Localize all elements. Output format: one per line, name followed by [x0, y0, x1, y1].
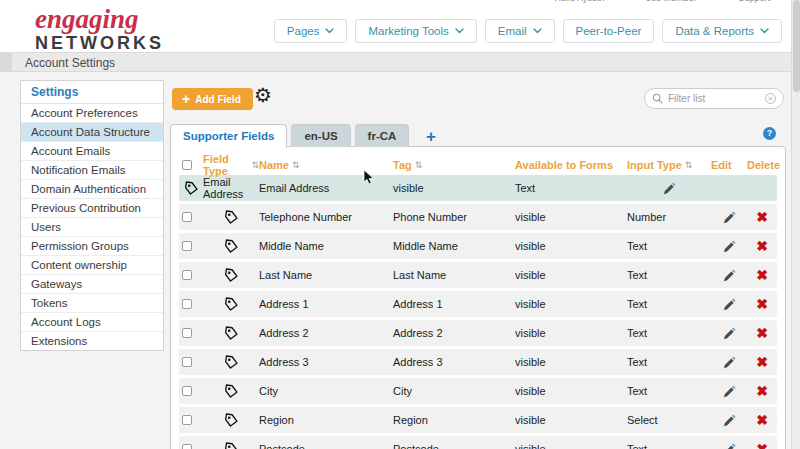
delete-icon[interactable]: ✖ — [756, 326, 768, 340]
filter-input[interactable] — [668, 93, 760, 104]
sidebar-item[interactable]: Previous Contribution — [21, 199, 163, 218]
help-icon[interactable]: ? — [763, 127, 776, 140]
select-all-checkbox[interactable] — [182, 160, 192, 170]
utility-link[interactable]: Support — [738, 0, 770, 3]
app-header: Hello AysethJoe MemberSupport engaging N… — [0, 0, 800, 52]
tab[interactable]: en-US — [291, 124, 350, 147]
sidebar-item[interactable]: Account Data Structure — [21, 123, 163, 142]
table-row[interactable]: Middle Name Middle Name visible Text ✖ — [179, 233, 777, 259]
sidebar-item[interactable]: Account Emails — [21, 142, 163, 161]
row-checkbox[interactable] — [182, 241, 192, 251]
edge-block — [0, 53, 12, 71]
sidebar-item[interactable]: Extensions — [21, 332, 163, 350]
row-checkbox[interactable] — [182, 415, 192, 425]
table-row[interactable]: Postcode Postcode visible Text ✖ — [179, 436, 777, 449]
field-name: Telephone Number — [259, 211, 352, 223]
table-row[interactable]: Region Region visible Select ✖ — [179, 407, 777, 433]
table-row[interactable]: Address 2 Address 2 visible Text ✖ — [179, 320, 777, 346]
gear-icon[interactable]: ⚙ — [254, 85, 272, 105]
clear-filter-icon[interactable]: ✕ — [765, 93, 776, 104]
delete-icon[interactable]: ✖ — [756, 297, 768, 311]
tag-icon — [223, 354, 239, 370]
field-input-type: Text — [515, 182, 627, 194]
delete-icon[interactable]: ✖ — [756, 210, 768, 224]
edit-pencil-icon[interactable] — [662, 181, 677, 196]
sidebar-item[interactable]: Account Logs — [21, 313, 163, 332]
field-availability: visible — [515, 327, 627, 339]
sidebar-item[interactable]: Tokens — [21, 294, 163, 313]
table-row[interactable]: Address 1 Address 1 visible Text ✖ — [179, 291, 777, 317]
field-tag: Phone Number — [393, 211, 515, 223]
delete-icon[interactable]: ✖ — [756, 355, 768, 369]
nav-button[interactable]: Marketing Tools — [355, 19, 476, 43]
tag-icon — [223, 383, 239, 399]
breadcrumb: Account Settings — [25, 56, 115, 70]
col-header-available: Available to Forms — [515, 159, 627, 171]
primary-nav: Pages Marketing Tools Email Peer-to-Peer… — [274, 19, 782, 43]
chevron-down-icon — [533, 28, 542, 34]
edit-pencil-icon[interactable] — [722, 268, 737, 283]
nav-button[interactable]: Data & Reports — [662, 19, 782, 43]
delete-icon[interactable]: ✖ — [756, 268, 768, 282]
edit-pencil-icon[interactable] — [722, 210, 737, 225]
col-header-field-type[interactable]: Field Type⇅ — [203, 153, 259, 177]
tab[interactable]: fr-CA — [355, 124, 410, 147]
edit-pencil-icon[interactable] — [722, 326, 737, 341]
sidebar-title: Settings — [21, 81, 163, 104]
table-row[interactable]: Last Name Last Name visible Text ✖ — [179, 262, 777, 288]
table-row[interactable]: Telephone Number Phone Number visible Nu… — [179, 204, 777, 230]
utility-link[interactable]: Joe Member — [646, 0, 696, 3]
field-name: Last Name — [259, 269, 312, 281]
edit-pencil-icon[interactable] — [722, 384, 737, 399]
delete-icon[interactable]: ✖ — [756, 413, 768, 427]
field-availability: visible — [515, 356, 627, 368]
add-field-button[interactable]: + Add Field — [172, 88, 253, 110]
field-input-type: Text — [627, 443, 711, 449]
table-row[interactable]: Address 3 Address 3 visible Text ✖ — [179, 349, 777, 375]
row-checkbox[interactable] — [182, 357, 192, 367]
sidebar-item[interactable]: Domain Authentication — [21, 180, 163, 199]
row-checkbox[interactable] — [182, 299, 192, 309]
field-name: Address 2 — [259, 327, 309, 339]
nav-button-label: Data & Reports — [675, 25, 754, 37]
col-header-name[interactable]: Name⇅ — [259, 159, 393, 171]
col-header-input-type[interactable]: Input Type⇅ — [627, 159, 711, 171]
tag-icon — [223, 441, 239, 449]
tag-icon — [223, 412, 239, 428]
edit-pencil-icon[interactable] — [722, 442, 737, 449]
edit-pencil-icon[interactable] — [722, 413, 737, 428]
vertical-scrollbar[interactable] — [791, 0, 800, 449]
nav-button[interactable]: Peer-to-Peer — [563, 19, 655, 43]
field-tag: Address 3 — [393, 356, 515, 368]
sidebar-item[interactable]: Account Preferences — [21, 104, 163, 123]
field-name: City — [259, 385, 278, 397]
sidebar-item[interactable]: Notification Emails — [21, 161, 163, 180]
sidebar-item[interactable]: Content ownership — [21, 256, 163, 275]
edit-pencil-icon[interactable] — [722, 355, 737, 370]
nav-button[interactable]: Pages — [274, 19, 348, 43]
row-checkbox[interactable] — [182, 328, 192, 338]
delete-icon[interactable]: ✖ — [756, 384, 768, 398]
field-tag: Address 1 — [393, 298, 515, 310]
nav-button[interactable]: Email — [485, 19, 555, 43]
row-checkbox[interactable] — [182, 270, 192, 280]
row-checkbox[interactable] — [182, 386, 192, 396]
table-row[interactable]: City City visible Text ✖ — [179, 378, 777, 404]
tab-bar: Supporter Fields en-US fr-CA — [170, 124, 413, 147]
add-tab-icon[interactable]: + — [426, 128, 436, 145]
delete-icon[interactable]: ✖ — [756, 442, 768, 449]
edit-pencil-icon[interactable] — [722, 239, 737, 254]
edit-pencil-icon[interactable] — [722, 297, 737, 312]
tab[interactable]: Supporter Fields — [170, 124, 287, 148]
col-header-tag[interactable]: Tag⇅ — [393, 159, 515, 171]
scrollbar-thumb[interactable] — [793, 0, 800, 92]
sidebar-item[interactable]: Users — [21, 218, 163, 237]
sidebar-item[interactable]: Permission Groups — [21, 237, 163, 256]
delete-icon[interactable]: ✖ — [756, 239, 768, 253]
table-row[interactable]: Email Address Email Address visible Text… — [179, 175, 777, 201]
row-checkbox[interactable] — [182, 444, 192, 449]
utility-link[interactable]: Hello Ayseth — [555, 0, 605, 3]
row-checkbox[interactable] — [182, 212, 192, 222]
sidebar-item[interactable]: Gateways — [21, 275, 163, 294]
main-area: + Add Field ⚙ ✕ Supporter Fields en-US f… — [170, 72, 786, 449]
